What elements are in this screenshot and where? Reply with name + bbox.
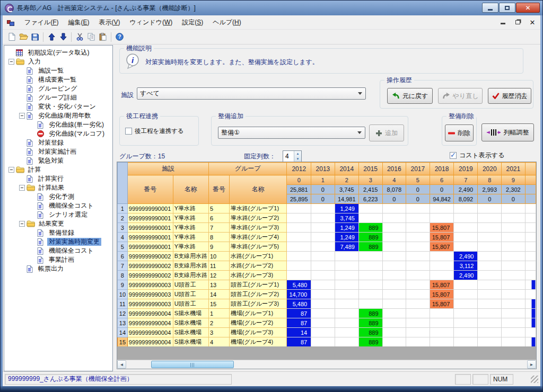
help-button[interactable]: ?	[113, 31, 125, 43]
empty-year-cell[interactable]	[287, 271, 311, 280]
copy-button[interactable]	[85, 31, 97, 43]
facility-number-cell[interactable]: 9999999990001	[127, 223, 173, 233]
tree-item[interactable]: 結果変更	[19, 219, 112, 228]
empty-year-cell[interactable]	[382, 204, 406, 213]
empty-year-cell[interactable]	[430, 318, 454, 328]
facility-number-cell[interactable]: 9999999990002	[127, 261, 173, 271]
group-number-cell[interactable]: 6	[209, 213, 230, 223]
tree-item-label[interactable]: 構成要素一覧	[37, 76, 78, 84]
empty-year-cell[interactable]	[358, 213, 382, 223]
collapse-toggle-icon[interactable]	[8, 59, 14, 65]
facility-number-cell[interactable]: 9999999990001	[127, 204, 173, 213]
year-header[interactable]: 2013	[311, 163, 335, 175]
cut-button[interactable]	[74, 31, 85, 43]
tree-item-label[interactable]: グループ詳細	[37, 94, 78, 102]
empty-year-cell[interactable]	[335, 318, 358, 328]
facility-name-cell[interactable]: Y導水路	[173, 223, 208, 233]
horizontal-scrollbar[interactable]: ◄ ►	[117, 360, 536, 369]
empty-year-cell[interactable]	[287, 223, 311, 233]
group-number-cell[interactable]: 5	[209, 204, 230, 213]
mdi-child-icon[interactable]	[7, 19, 15, 26]
empty-year-cell[interactable]	[406, 252, 430, 261]
year-header[interactable]: 2021	[502, 163, 526, 175]
empty-year-cell[interactable]	[454, 280, 478, 290]
empty-year-cell[interactable]	[478, 309, 502, 318]
cost-value-cell[interactable]: 889	[358, 337, 382, 347]
facility-number-cell[interactable]: 9999999990004	[127, 337, 173, 347]
spin-up-icon[interactable]: ▲	[296, 152, 300, 155]
row-number-cell[interactable]: 3	[118, 223, 128, 233]
row-number-cell[interactable]: 10	[118, 290, 128, 299]
empty-year-cell[interactable]	[335, 261, 358, 271]
empty-year-cell[interactable]	[502, 252, 526, 261]
year-header[interactable]: 2017	[406, 163, 430, 175]
group-name-cell[interactable]: 水路(グループ2)	[229, 261, 287, 271]
tree-item-label[interactable]: 劣化曲線(単一劣化)	[47, 121, 106, 129]
empty-year-cell[interactable]	[311, 242, 335, 252]
tree-item-label[interactable]: 結果変更	[37, 220, 66, 228]
empty-year-cell[interactable]	[478, 213, 502, 223]
facility-name-cell[interactable]: Y導水路	[173, 204, 208, 213]
row-number-cell[interactable]: 7	[118, 261, 128, 271]
facility-number-cell[interactable]: 9999999990003	[127, 280, 173, 290]
empty-year-cell[interactable]	[478, 290, 502, 299]
empty-year-cell[interactable]	[454, 233, 478, 242]
fixed-columns-stepper[interactable]: 4 ▲▼	[283, 150, 302, 162]
empty-year-cell[interactable]	[406, 299, 430, 309]
add-button[interactable]: 追加	[369, 124, 404, 141]
cost-value-cell[interactable]: 87	[287, 318, 311, 328]
resize-grip[interactable]	[531, 376, 538, 383]
empty-year-cell[interactable]	[311, 271, 335, 280]
close-button[interactable]: ✕	[516, 3, 540, 13]
group-name-cell[interactable]: 水路(グループ3)	[229, 271, 287, 280]
group-name-cell[interactable]: 導水路(グループ4)	[229, 233, 287, 242]
tree-item-label[interactable]: 整備登録	[47, 229, 76, 237]
group-name-cell[interactable]: 頭首工(グループ2)	[229, 290, 287, 299]
empty-year-cell[interactable]	[478, 233, 502, 242]
tree-item-label[interactable]: 施設一覧	[37, 67, 65, 75]
tree-item-label[interactable]: 計算	[27, 166, 42, 174]
empty-year-cell[interactable]	[382, 233, 406, 242]
empty-year-cell[interactable]	[454, 337, 478, 347]
empty-year-cell[interactable]	[382, 252, 406, 261]
cost-value-cell[interactable]: 2,490	[454, 252, 478, 261]
column-width-button[interactable]: 列幅調整	[481, 123, 534, 141]
empty-year-cell[interactable]	[311, 252, 335, 261]
row-number-cell[interactable]: 4	[118, 233, 128, 242]
empty-year-cell[interactable]	[335, 309, 358, 318]
group-name-cell[interactable]: 頭首工(グループ1)	[229, 280, 287, 290]
group-number-cell[interactable]: 8	[209, 233, 230, 242]
cost-value-cell[interactable]: 889	[358, 233, 382, 242]
empty-year-cell[interactable]	[335, 337, 358, 347]
menu-item-6[interactable]: ヘルプ(H)	[208, 16, 246, 29]
facility-number-cell[interactable]: 9999999990001	[127, 213, 173, 223]
year-header[interactable]: 2018	[430, 163, 454, 175]
tree-item-label[interactable]: 対策登録	[37, 139, 65, 147]
tree-item-label[interactable]: 劣化予測	[47, 193, 76, 201]
collapse-toggle-icon[interactable]	[8, 167, 14, 173]
facility-number-cell[interactable]: 9999999990004	[127, 318, 173, 328]
empty-year-cell[interactable]	[454, 242, 478, 252]
new-document-button[interactable]	[6, 31, 17, 43]
row-number-cell[interactable]: 8	[118, 271, 128, 280]
empty-year-cell[interactable]	[502, 280, 526, 290]
empty-year-cell[interactable]	[382, 280, 406, 290]
save-button[interactable]	[29, 31, 41, 43]
empty-year-cell[interactable]	[478, 242, 502, 252]
empty-year-cell[interactable]	[478, 271, 502, 280]
tree-item-label[interactable]: 事業計画	[47, 256, 76, 264]
empty-year-cell[interactable]	[382, 309, 406, 318]
empty-year-cell[interactable]	[406, 223, 430, 233]
empty-year-cell[interactable]	[502, 328, 526, 337]
empty-year-cell[interactable]	[382, 242, 406, 252]
tree-item[interactable]: 劣化予測	[30, 192, 112, 201]
cost-value-cell[interactable]: 15,807	[430, 223, 454, 233]
tree-item[interactable]: 帳票出力	[19, 264, 112, 273]
empty-year-cell[interactable]	[358, 252, 382, 261]
tree-item-label[interactable]: グルーピング	[37, 85, 78, 93]
year-header[interactable]: 2016	[382, 163, 406, 175]
empty-year-cell[interactable]	[406, 213, 430, 223]
empty-year-cell[interactable]	[478, 328, 502, 337]
cost-value-cell[interactable]: 889	[358, 318, 382, 328]
tree-item-label[interactable]: 変状・劣化パターン	[37, 103, 98, 111]
